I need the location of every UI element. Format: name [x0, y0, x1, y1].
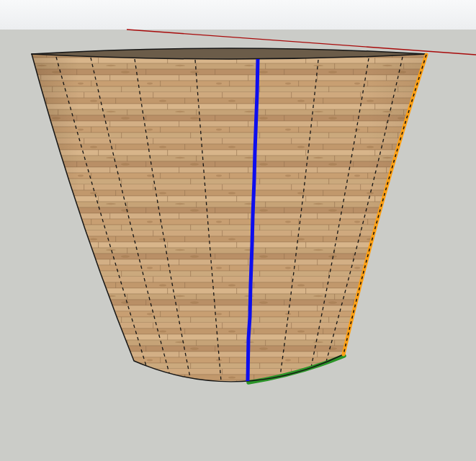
sky-background: [0, 0, 476, 30]
viewport-canvas[interactable]: [0, 0, 476, 461]
viewport: [0, 0, 476, 461]
